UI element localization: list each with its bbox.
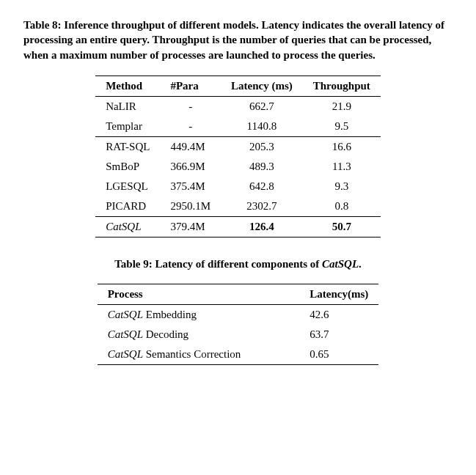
table8-caption: Table 8: Inference throughput of differe… xyxy=(23,18,453,62)
table8-header-row: Method #Para Latency (ms) Throughput xyxy=(95,76,381,96)
cell-method: PICARD xyxy=(95,196,160,217)
cell-latency: 662.7 xyxy=(221,96,303,117)
cell-throughput: 9.3 xyxy=(303,177,381,196)
col-latency: Latency(ms) xyxy=(299,284,378,304)
table-row: PICARD 2950.1M 2302.7 0.8 xyxy=(95,196,381,217)
col-para: #Para xyxy=(160,76,221,96)
cell-latency: 63.7 xyxy=(299,325,378,345)
cell-para: 449.4M xyxy=(160,136,221,157)
table-row: CatSQL Semantics Correction 0.65 xyxy=(98,345,379,365)
process-rest: Embedding xyxy=(143,309,197,320)
caption-em: CatSQL xyxy=(322,258,359,270)
caption-suffix: . xyxy=(359,258,362,270)
col-process: Process xyxy=(98,284,300,304)
cell-throughput: 0.8 xyxy=(303,196,381,217)
cell-para: - xyxy=(160,117,221,137)
table9-caption: Table 9: Latency of different components… xyxy=(23,258,453,270)
cell-para: - xyxy=(160,96,221,117)
cell-throughput: 50.7 xyxy=(303,216,381,237)
caption-text: Table 9: Latency of different components… xyxy=(114,258,322,270)
cell-latency: 2302.7 xyxy=(221,196,303,217)
cell-throughput: 9.5 xyxy=(303,117,381,137)
cell-method: CatSQL xyxy=(95,216,160,237)
cell-method: RAT-SQL xyxy=(95,136,160,157)
cell-throughput: 16.6 xyxy=(303,136,381,157)
cell-para: 375.4M xyxy=(160,177,221,196)
table-row-highlight: CatSQL 379.4M 126.4 50.7 xyxy=(95,216,381,237)
cell-latency: 642.8 xyxy=(221,177,303,196)
cell-latency: 42.6 xyxy=(299,304,378,325)
process-name: CatSQL xyxy=(108,348,143,360)
table-row: NaLIR - 662.7 21.9 xyxy=(95,96,381,117)
cell-method: LGESQL xyxy=(95,177,160,196)
table8: Method #Para Latency (ms) Throughput NaL… xyxy=(95,76,381,238)
process-name: CatSQL xyxy=(108,328,143,340)
table-row: CatSQL Decoding 63.7 xyxy=(98,325,379,345)
cell-method: NaLIR xyxy=(95,96,160,117)
table-row: SmBoP 366.9M 489.3 11.3 xyxy=(95,157,381,177)
cell-para: 379.4M xyxy=(160,216,221,237)
cell-latency: 489.3 xyxy=(221,157,303,177)
cell-process: CatSQL Embedding xyxy=(98,304,300,325)
cell-throughput: 21.9 xyxy=(303,96,381,117)
cell-latency: 205.3 xyxy=(221,136,303,157)
table-row: RAT-SQL 449.4M 205.3 16.6 xyxy=(95,136,381,157)
table-row: Templar - 1140.8 9.5 xyxy=(95,117,381,137)
cell-latency: 126.4 xyxy=(221,216,303,237)
col-method: Method xyxy=(95,76,160,96)
table-row: LGESQL 375.4M 642.8 9.3 xyxy=(95,177,381,196)
process-rest: Decoding xyxy=(143,328,188,340)
cell-para: 366.9M xyxy=(160,157,221,177)
cell-latency: 0.65 xyxy=(299,345,378,365)
table-row: CatSQL Embedding 42.6 xyxy=(98,304,379,325)
table9-header-row: Process Latency(ms) xyxy=(98,284,379,304)
cell-para: 2950.1M xyxy=(160,196,221,217)
cell-method: Templar xyxy=(95,117,160,137)
process-name: CatSQL xyxy=(108,309,143,320)
cell-process: CatSQL Decoding xyxy=(98,325,300,345)
cell-latency: 1140.8 xyxy=(221,117,303,137)
col-throughput: Throughput xyxy=(303,76,381,96)
cell-process: CatSQL Semantics Correction xyxy=(98,345,300,365)
col-latency: Latency (ms) xyxy=(221,76,303,96)
cell-method: SmBoP xyxy=(95,157,160,177)
process-rest: Semantics Correction xyxy=(143,348,241,360)
cell-throughput: 11.3 xyxy=(303,157,381,177)
table9: Process Latency(ms) CatSQL Embedding 42.… xyxy=(98,284,379,365)
